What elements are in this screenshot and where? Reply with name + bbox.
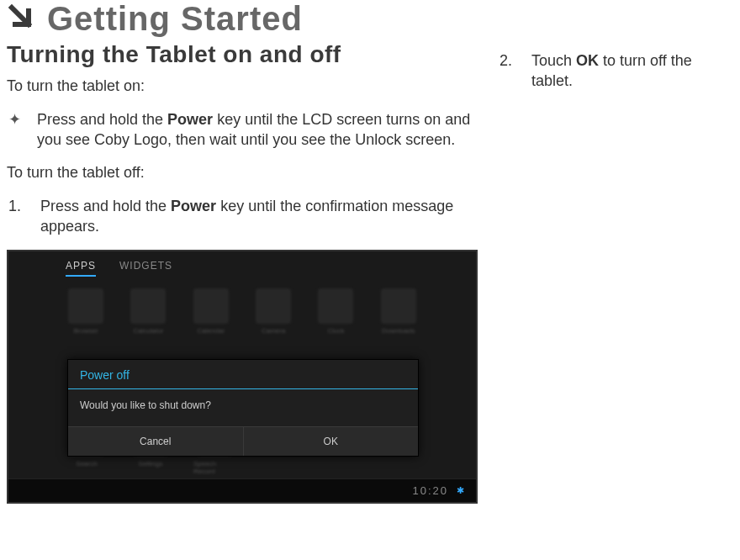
step-number: 1. (8, 196, 25, 237)
step-1: 1. Press and hold the Power key until th… (7, 196, 478, 237)
power-key-label: Power (171, 198, 216, 214)
tablet-tabs: APPS WIDGETS (8, 251, 476, 288)
app-icon (130, 288, 166, 324)
step-text: Press and hold the Power key until the c… (40, 196, 478, 237)
chapter-arrow-icon (7, 3, 35, 36)
bluetooth-icon: ✱ (457, 485, 464, 496)
app-icon (193, 288, 229, 324)
app-icon-row-top: Browser Calculator Calendar Camera Clock… (8, 288, 476, 353)
tab-apps: APPS (66, 260, 96, 277)
step-number: 2. (500, 50, 516, 92)
turn-on-intro: To turn the tablet on: (7, 77, 478, 96)
bullet-text: Press and hold the Power key until the L… (37, 109, 478, 151)
power-key-label: Power (167, 111, 213, 128)
power-off-dialog: Power off Would you like to shut down? C… (67, 359, 419, 457)
turn-off-steps-continued: 2. Touch OK to turn off the tablet. (498, 50, 733, 92)
chapter-title: Getting Started (47, 0, 303, 38)
step-text: Touch OK to turn off the tablet. (531, 50, 733, 92)
tab-widgets: WIDGETS (119, 260, 172, 277)
app-icon (381, 288, 416, 324)
app-icon (256, 288, 291, 324)
tablet-status-bar: 10:20 ✱ (8, 478, 476, 502)
clock: 10:20 (412, 484, 448, 497)
step-2: 2. Touch OK to turn off the tablet. (498, 50, 733, 92)
dialog-body: Would you like to shut down? (68, 389, 418, 426)
turn-off-steps: 1. Press and hold the Power key until th… (7, 196, 478, 237)
chapter-heading: Getting Started (7, 0, 478, 38)
ok-key-label: OK (576, 52, 599, 69)
ok-button: OK (244, 426, 419, 456)
app-icon (68, 288, 103, 324)
section-title: Turning the Tablet on and off (7, 41, 478, 68)
tablet-screenshot: APPS WIDGETS Browser Calculator Calendar… (7, 250, 478, 504)
turn-off-intro: To turn the tablet off: (7, 163, 478, 182)
app-icon (318, 288, 353, 324)
cancel-button: Cancel (68, 426, 244, 456)
turn-on-bullet: ✦ Press and hold the Power key until the… (7, 109, 478, 151)
dialog-title: Power off (68, 360, 418, 389)
bullet-marker-icon: ✦ (8, 109, 22, 151)
turn-on-steps: ✦ Press and hold the Power key until the… (7, 109, 478, 151)
dialog-buttons: Cancel OK (68, 426, 418, 456)
